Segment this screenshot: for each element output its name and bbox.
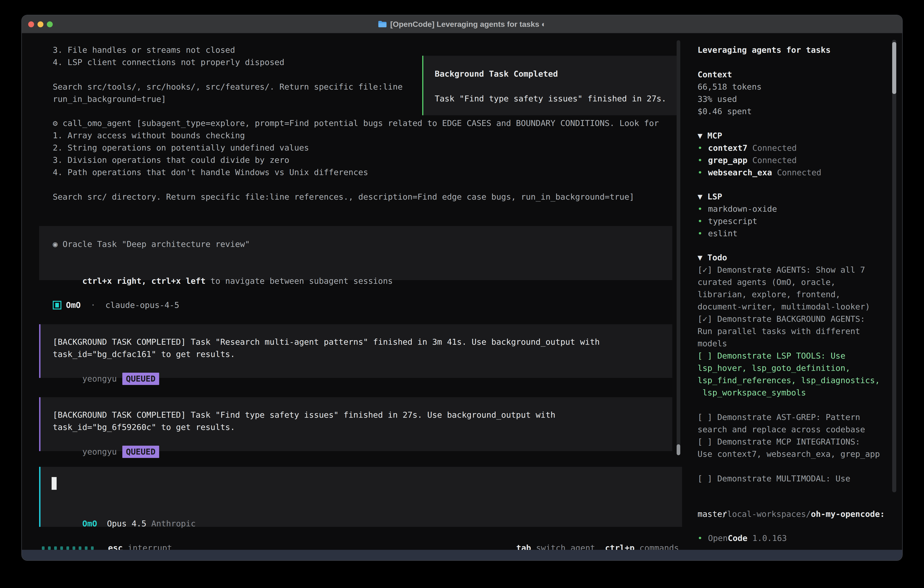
background-task-notification: Background Task Completed Task "Find typ… (422, 56, 680, 115)
sidebar-scrollbar[interactable] (892, 40, 896, 492)
text-line: run_in_background=true] (53, 93, 403, 105)
text-line: 3. File handles or streams not closed (53, 44, 403, 56)
separator-dot: · (81, 299, 105, 311)
agent-model-name: claude-opus-4-5 (105, 299, 179, 311)
window-titlebar[interactable]: [OpenCode] Leveraging agents for tasks ◐ (22, 15, 902, 33)
text-line: 4. LSP client connections not properly d… (53, 56, 403, 68)
text-line: Run parallel tasks with different (698, 325, 880, 337)
text-line: document-writer, multimodal-looker) (698, 301, 880, 313)
mcp-server-list: •context7 Connected•grep_app Connected•w… (698, 142, 822, 179)
app-version-number: 1.0.163 (747, 532, 787, 544)
text-line: 4. Path operations that don't handle Win… (53, 166, 659, 178)
context-stats: 66,518 tokens33% used$0.46 spent (698, 81, 762, 117)
text-line (698, 460, 880, 472)
todo-section-heading[interactable]: ▼ Todo (698, 251, 727, 264)
bullet-icon: • (698, 167, 708, 179)
text-line: 66,518 tokens (698, 81, 762, 93)
workspace-repo: oh-my-opencode: (811, 509, 885, 519)
tool-call-block: ⚙ call_omo_agent [subagent_type=explore,… (53, 117, 659, 203)
queued-badge: QUEUED (122, 373, 159, 385)
lsp-server-list: •markdown-oxide•typescript•eslint (698, 203, 777, 239)
list-item: •markdown-oxide (698, 203, 777, 215)
bullet-icon: • (698, 142, 708, 154)
session-title: Leveraging agents for tasks (698, 44, 830, 56)
spinner-icon (42, 547, 97, 550)
close-button-icon[interactable] (28, 21, 34, 27)
text-line: lsp_workspace_symbols (698, 386, 880, 399)
task-user: yeongyu (82, 447, 117, 456)
text-line: [ ] Demonstrate AST-GREP: Pattern (698, 411, 880, 423)
text-line: librarian, explore, frontend, (698, 288, 880, 301)
text-line: [ ] Demonstrate MULTIMODAL: Use (698, 472, 880, 485)
mcp-section-heading[interactable]: ▼ MCP (698, 130, 722, 142)
task-message-line1: [BACKGROUND TASK COMPLETED] Task "Resear… (53, 336, 600, 348)
text-line: 33% used (698, 93, 762, 105)
terminal-window: [OpenCode] Leveraging agents for tasks ◐… (21, 15, 903, 561)
task-meta-row: yeongyuQUEUED (53, 433, 159, 470)
list-item: •websearch_exa Connected (698, 167, 822, 179)
list-item: •context7 Connected (698, 142, 822, 154)
text-line: lsp_find_references, lsp_diagnostics, (698, 374, 880, 386)
text-line (53, 68, 403, 81)
bullet-icon: • (698, 532, 708, 544)
text-line: 2. String operations on potentially unde… (53, 142, 659, 154)
background-task-card: [BACKGROUND TASK COMPLETED] Task "Find t… (39, 397, 672, 451)
context-heading: Context (698, 68, 732, 81)
traffic-lights (28, 15, 53, 33)
window-footer-strip (22, 550, 902, 560)
notification-body: Task "Find type safety issues" finished … (435, 92, 667, 105)
workspace-path-prefix: ~/local-workspaces/ (717, 509, 811, 519)
text-line: curated agents (OmO, oracle, (698, 276, 880, 288)
text-line: Search src/ directory. Return specific f… (53, 191, 659, 203)
scrollback-text-block: 3. File handles or streams not closed4. … (53, 44, 403, 105)
folder-icon (378, 20, 387, 28)
task-message-line1: [BACKGROUND TASK COMPLETED] Task "Find t… (53, 409, 556, 421)
agent-square-icon (53, 301, 61, 309)
text-line: ⚙ call_omo_agent [subagent_type=explore,… (53, 117, 659, 129)
task-meta-row: yeongyuQUEUED (53, 360, 159, 397)
app-version-row: •OpenCode 1.0.163 (698, 532, 787, 544)
item-name: websearch_exa (708, 167, 772, 179)
task-message-line2: task_id="bg_dcfac161" to get results. (53, 348, 235, 360)
oracle-task-hint: ctrl+x right, ctrl+x left to navigate be… (53, 263, 393, 299)
item-name: typescript (708, 215, 757, 227)
app-name-bold: Code (728, 532, 747, 544)
active-agent-name[interactable]: OmO (82, 519, 97, 528)
text-line: 3. Division operations that could divide… (53, 154, 659, 166)
text-line: [✓] Demonstrate BACKGROUND AGENTS: (698, 313, 880, 325)
active-model-name[interactable]: Opus 4.5 (107, 519, 146, 528)
lsp-section-heading[interactable]: ▼ LSP (698, 190, 722, 203)
text-line: 1. Array access without bounds checking (53, 129, 659, 142)
agent-session-header[interactable]: OmO · claude-opus-4-5 (53, 299, 179, 311)
text-line: Use context7, websearch_exa, grep_app (698, 448, 880, 460)
list-item: •eslint (698, 227, 777, 239)
notification-title: Background Task Completed (435, 68, 558, 80)
main-scrollbar[interactable] (676, 40, 680, 455)
sidebar-scrollbar-thumb[interactable] (892, 42, 896, 94)
oracle-task-title: ◉ Oracle Task "Deep architecture review" (53, 238, 250, 250)
list-item: •grep_app Connected (698, 154, 822, 167)
text-line: Search src/tools/, src/hooks/, src/featu… (53, 81, 403, 93)
text-line: [✓] Demonstrate AGENTS: Show all 7 (698, 264, 880, 276)
message-input[interactable]: OmO Opus 4.5 Anthropic (39, 467, 682, 527)
zoom-button-icon[interactable] (47, 21, 53, 27)
keybinding-description: to navigate between subagent sessions (206, 276, 393, 286)
item-status: Connected (747, 154, 797, 167)
queued-badge: QUEUED (122, 446, 159, 458)
git-branch: master (698, 508, 727, 520)
background-task-card: [BACKGROUND TASK COMPLETED] Task "Resear… (39, 324, 672, 378)
text-line (698, 399, 880, 411)
provider-name: Anthropic (152, 519, 196, 528)
main-scrollbar-thumb[interactable] (676, 444, 680, 455)
bullet-icon: • (698, 154, 708, 167)
text-line: search and replace across codebase (698, 423, 880, 436)
item-status: Connected (772, 167, 822, 179)
text-line: lsp_hover, lsp_goto_definition, (698, 362, 880, 374)
item-name: eslint (708, 227, 738, 239)
item-name: context7 (708, 142, 747, 154)
text-line (53, 178, 659, 191)
item-status: Connected (747, 142, 797, 154)
todo-list: [✓] Demonstrate AGENTS: Show all 7curate… (698, 264, 880, 485)
minimize-button-icon[interactable] (38, 21, 43, 27)
bullet-icon: • (698, 203, 708, 215)
